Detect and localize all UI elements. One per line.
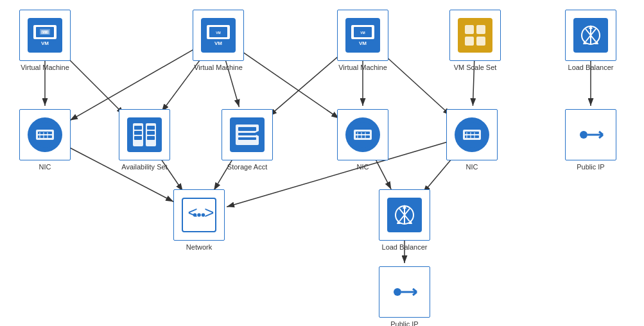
nic1-label: NIC xyxy=(39,163,51,171)
svg-text:<: < xyxy=(187,203,197,221)
avail-label: Availability Set xyxy=(121,163,167,171)
svg-rect-45 xyxy=(134,131,142,135)
node-vmss[interactable]: VM Scale Set xyxy=(449,10,501,71)
vm1-label: Virtual Machine xyxy=(21,64,69,71)
nic3-label: NIC xyxy=(466,163,478,171)
svg-rect-52 xyxy=(238,133,256,135)
node-avail[interactable]: Availability Set xyxy=(119,109,170,171)
connections-svg xyxy=(0,0,644,326)
diagram-container: VM VM Virtual Machine VM VM Virtual Mach… xyxy=(0,0,644,326)
node-pip-bot[interactable]: Public IP xyxy=(379,266,430,326)
pip-top-label: Public IP xyxy=(577,163,604,171)
node-vm3[interactable]: VM VM Virtual Machine xyxy=(337,10,388,71)
svg-point-85 xyxy=(394,288,401,296)
node-nic2[interactable]: NIC xyxy=(337,109,388,171)
network-label: Network xyxy=(186,243,212,251)
vm2-label: Virtual Machine xyxy=(194,64,243,71)
vm3-label: Virtual Machine xyxy=(338,64,387,71)
svg-rect-47 xyxy=(147,126,155,130)
node-nic3[interactable]: NIC xyxy=(446,109,498,171)
svg-text:VM: VM xyxy=(216,31,221,35)
svg-text:>: > xyxy=(204,203,214,221)
svg-rect-48 xyxy=(147,131,155,135)
svg-point-74 xyxy=(193,213,197,217)
vmss-label: VM Scale Set xyxy=(454,64,497,71)
node-lb-top[interactable]: Load Balancer xyxy=(565,10,616,71)
lb-bot-label: Load Balancer xyxy=(382,243,428,251)
svg-rect-56 xyxy=(354,130,372,140)
svg-line-6 xyxy=(239,50,339,119)
pip-bot-label: Public IP xyxy=(390,320,418,326)
node-nic1[interactable]: NIC xyxy=(19,109,71,171)
svg-point-75 xyxy=(197,213,201,217)
svg-rect-53 xyxy=(238,137,256,140)
nic2-label: NIC xyxy=(357,163,369,171)
node-vm2[interactable]: VM VM Virtual Machine xyxy=(193,10,244,71)
svg-rect-63 xyxy=(463,130,481,140)
svg-line-7 xyxy=(269,52,344,116)
svg-line-9 xyxy=(382,53,451,116)
node-lb-bot[interactable]: Load Balancer xyxy=(379,189,430,251)
svg-point-69 xyxy=(580,131,587,139)
node-pip-top[interactable]: Public IP xyxy=(565,109,616,171)
svg-line-2 xyxy=(63,53,124,114)
svg-rect-25 xyxy=(476,25,485,34)
svg-rect-26 xyxy=(465,37,474,46)
svg-rect-46 xyxy=(134,136,142,140)
node-network[interactable]: < > Network xyxy=(173,189,225,251)
node-storage[interactable]: Storage Acct xyxy=(222,109,273,171)
svg-rect-24 xyxy=(465,25,474,34)
svg-rect-44 xyxy=(134,126,142,130)
lb-top-label: Load Balancer xyxy=(568,64,614,71)
svg-rect-36 xyxy=(36,130,54,140)
svg-rect-51 xyxy=(238,127,256,131)
svg-text:VM: VM xyxy=(42,30,48,34)
svg-text:VM: VM xyxy=(360,31,365,35)
storage-label: Storage Acct xyxy=(227,163,267,171)
svg-rect-27 xyxy=(476,37,485,46)
svg-rect-49 xyxy=(147,136,155,140)
node-vm1[interactable]: VM VM Virtual Machine xyxy=(19,10,71,71)
